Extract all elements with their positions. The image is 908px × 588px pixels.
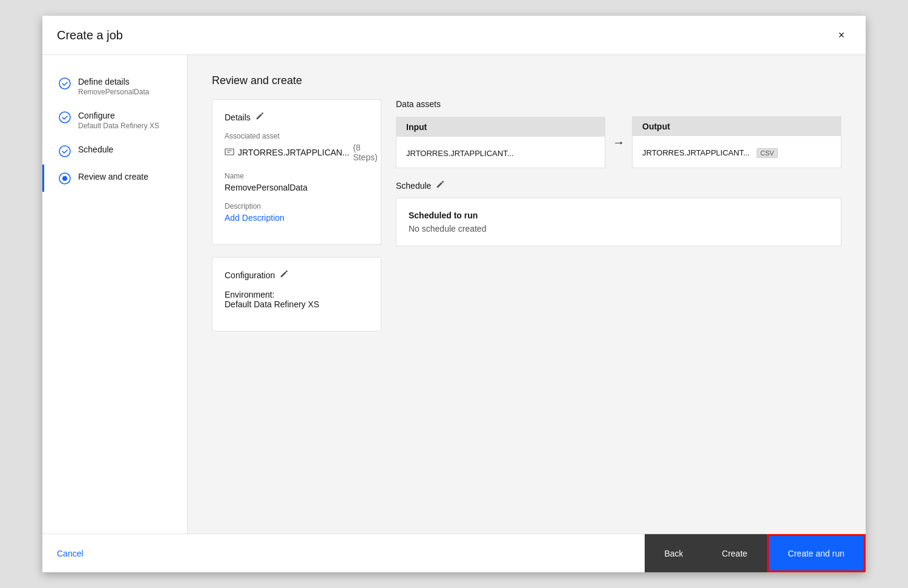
- svg-point-2: [59, 146, 70, 157]
- close-button[interactable]: ×: [832, 25, 851, 45]
- details-label: Details: [225, 113, 251, 122]
- configuration-panel: Configuration Environment: Defa: [212, 257, 381, 332]
- back-button[interactable]: Back: [645, 534, 702, 572]
- output-row: JRTORRES.JRTAPPLICANT... CSV: [642, 143, 831, 158]
- cancel-button[interactable]: Cancel: [57, 544, 84, 563]
- io-row: Input JRTORRES.JRTAPPLICANT... → Output …: [396, 116, 841, 168]
- modal-header: Create a job ×: [42, 16, 866, 55]
- footer-right: Back Create Create and run: [645, 534, 866, 572]
- associated-asset-label: Associated asset: [225, 132, 369, 140]
- step-text-configure: Configure Default Data Refinery XS: [78, 111, 159, 130]
- arrow-icon: →: [613, 136, 625, 149]
- environment-label-inline: Environment:: [225, 290, 369, 299]
- svg-point-4: [62, 176, 67, 181]
- step-name: Define details: [78, 77, 149, 87]
- create-and-run-button[interactable]: Create and run: [767, 534, 866, 572]
- footer-left: Cancel: [42, 544, 98, 563]
- details-edit-icon[interactable]: [255, 112, 264, 122]
- step-active-icon: [59, 172, 71, 185]
- step-name-review: Review and create: [78, 172, 148, 181]
- environment-value: Default Data Refinery XS: [225, 299, 369, 309]
- section-title: Review and create: [212, 74, 841, 87]
- sidebar-item-define-details[interactable]: Define details RemovePersonalData: [42, 70, 187, 103]
- step-name-configure: Configure: [78, 111, 159, 120]
- details-panel-header: Details: [225, 112, 369, 122]
- data-assets-section: Data assets Input JRTORRES.JRTAPPLICANT.…: [396, 99, 841, 168]
- data-assets-label: Data assets: [396, 99, 841, 109]
- sidebar: Define details RemovePersonalData Config…: [42, 55, 188, 534]
- step-text-schedule: Schedule: [78, 145, 113, 155]
- modal-title: Create a job: [57, 28, 123, 42]
- associated-asset-value-row: JRTORRES.JRTAPPLICAN... (8 Steps): [225, 143, 369, 162]
- schedule-label: Schedule: [396, 181, 431, 191]
- output-label: Output: [633, 117, 841, 136]
- csv-badge: CSV: [757, 148, 778, 158]
- configuration-edit-icon[interactable]: [280, 270, 288, 280]
- scheduled-to-run-label: Scheduled to run: [409, 211, 829, 220]
- name-field: Name RemovePersonalData: [225, 172, 369, 192]
- associated-asset-name: JRTORRES.JRTAPPLICAN...: [238, 148, 349, 157]
- left-column: Details Associated asset: [212, 99, 381, 344]
- step-completed-icon-3: [59, 145, 71, 157]
- configuration-label: Configuration: [225, 270, 275, 280]
- modal: Create a job × Define details RemovePers…: [42, 16, 866, 572]
- associated-asset-field: Associated asset JRTORRES.JRTAPPLI: [225, 132, 369, 162]
- no-schedule-label: No schedule created: [409, 224, 829, 234]
- content-grid: Details Associated asset: [212, 99, 841, 344]
- asset-icon: [225, 147, 234, 158]
- output-box: Output JRTORRES.JRTAPPLICANT... CSV: [632, 116, 841, 168]
- main-content: Review and create Details: [188, 55, 866, 534]
- description-field: Description Add Description: [225, 202, 369, 223]
- modal-body: Define details RemovePersonalData Config…: [42, 55, 866, 534]
- steps-badge: (8 Steps): [353, 143, 377, 162]
- schedule-section-header: Schedule: [396, 180, 841, 191]
- input-label: Input: [396, 117, 605, 137]
- name-label: Name: [225, 172, 369, 180]
- right-column: Data assets Input JRTORRES.JRTAPPLICANT.…: [396, 99, 841, 344]
- input-box: Input JRTORRES.JRTAPPLICANT...: [396, 117, 605, 168]
- schedule-section: Schedule Scheduled to run No schedule cr…: [396, 180, 841, 246]
- create-button[interactable]: Create: [703, 534, 767, 572]
- svg-point-1: [59, 112, 70, 123]
- description-label: Description: [225, 202, 369, 211]
- step-completed-icon-2: [59, 111, 71, 123]
- svg-rect-5: [225, 149, 234, 155]
- sidebar-item-schedule[interactable]: Schedule: [42, 137, 187, 165]
- environment-label-text: Environment:: [225, 290, 274, 299]
- step-sub: RemovePersonalData: [78, 88, 149, 96]
- output-value: JRTORRES.JRTAPPLICANT...: [642, 148, 749, 157]
- details-panel: Details Associated asset: [212, 99, 381, 245]
- sidebar-item-configure[interactable]: Configure Default Data Refinery XS: [42, 103, 187, 137]
- sidebar-item-review-and-create[interactable]: Review and create: [42, 165, 187, 192]
- modal-footer: Cancel Back Create Create and run: [42, 534, 866, 572]
- name-value: RemovePersonalData: [225, 183, 369, 192]
- environment-field: Environment: Default Data Refinery XS: [225, 290, 369, 309]
- step-sub-configure: Default Data Refinery XS: [78, 122, 159, 130]
- schedule-panel: Scheduled to run No schedule created: [396, 198, 841, 246]
- step-text-define-details: Define details RemovePersonalData: [78, 77, 149, 96]
- configuration-panel-header: Configuration: [225, 270, 369, 280]
- add-description-link[interactable]: Add Description: [225, 213, 285, 223]
- svg-point-0: [59, 78, 70, 89]
- input-value: JRTORRES.JRTAPPLICANT...: [406, 144, 595, 158]
- step-text-review: Review and create: [78, 172, 148, 183]
- close-icon: ×: [838, 29, 845, 42]
- step-completed-icon: [59, 77, 71, 90]
- step-name-schedule: Schedule: [78, 145, 113, 154]
- schedule-edit-icon[interactable]: [436, 180, 444, 191]
